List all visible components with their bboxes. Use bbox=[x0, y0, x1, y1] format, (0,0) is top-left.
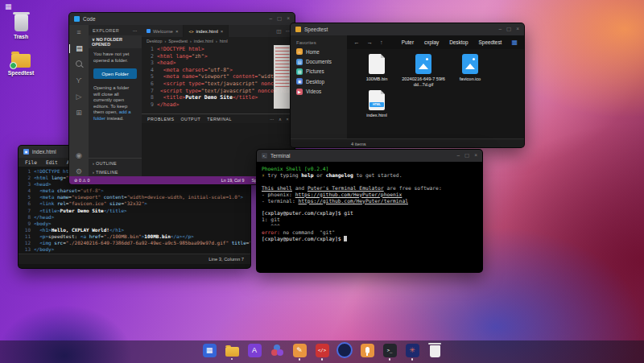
search-icon[interactable] bbox=[69, 60, 89, 69]
taskbar-item-app-center[interactable]: A bbox=[246, 344, 262, 361]
chevron-right-icon: › bbox=[93, 170, 94, 175]
explorer-more-icon[interactable]: ⋯ bbox=[133, 28, 138, 33]
terminal-maximize-icon[interactable]: ▢ bbox=[464, 153, 469, 159]
account-icon[interactable]: ◉ bbox=[69, 151, 89, 160]
nav-arrows[interactable]: ←→↑ bbox=[353, 39, 383, 46]
panel-tab-terminal[interactable]: TERMINAL bbox=[207, 117, 232, 122]
forward-icon[interactable]: → bbox=[367, 39, 374, 46]
sidebar-item-documents[interactable]: ▤Documents bbox=[291, 56, 347, 66]
file-item[interactable]: HTMLindex.html bbox=[353, 90, 400, 118]
files-titlebar[interactable]: Speedtest –▢× bbox=[291, 23, 524, 35]
explorer-icon[interactable]: ▤ bbox=[69, 44, 89, 53]
panel-action-icon[interactable]: × bbox=[286, 117, 289, 122]
panel-tab-output[interactable]: OUTPUT bbox=[180, 117, 200, 122]
breadcrumb-item[interactable]: html bbox=[220, 39, 228, 43]
sidebar-item-pictures[interactable]: ▨Pictures bbox=[291, 67, 347, 76]
problems-counter[interactable]: ⊘ 0 ⚠ 0 bbox=[74, 178, 90, 183]
files-breadcrumb-item[interactable]: Puter bbox=[402, 39, 414, 45]
taskbar-item-terminal[interactable]: >_ bbox=[382, 344, 398, 361]
files-breadcrumb[interactable]: PutercxplayDesktopSpeedtest bbox=[402, 39, 502, 45]
files-statusbar: 4 items bbox=[291, 138, 524, 148]
taskbar-item-clock[interactable] bbox=[336, 342, 353, 361]
close-icon[interactable]: × bbox=[221, 29, 224, 34]
terminal-window[interactable]: >_ Terminal –▢× Phoenix Shell [v0.2.4]⚡ … bbox=[256, 149, 483, 273]
split-editor-icon[interactable]: ◫ bbox=[276, 28, 281, 35]
menu-icon[interactable]: ≡ bbox=[69, 28, 89, 37]
panel-action-icon[interactable]: ⋯ bbox=[270, 117, 275, 122]
breadcrumb-item[interactable]: Desktop bbox=[147, 39, 162, 43]
desktop-icon-speedtest[interactable]: Speedtest bbox=[1, 51, 41, 76]
open-folder-button[interactable]: Open Folder bbox=[93, 68, 137, 79]
files-breadcrumb-item[interactable]: cxplay bbox=[424, 39, 439, 45]
sidebar-item-desktop[interactable]: ▣Desktop bbox=[291, 76, 347, 86]
vscode-minimize-icon[interactable]: – bbox=[269, 16, 272, 22]
start-menu-icon[interactable]: ▦ bbox=[5, 2, 12, 10]
taskbar-item-trash[interactable] bbox=[427, 344, 443, 361]
terminal-line bbox=[262, 179, 477, 185]
taskbar-item-editor[interactable]: ✎ bbox=[291, 344, 308, 361]
status-item[interactable]: Ln 19, Col 9 bbox=[221, 178, 245, 183]
tab-index-html[interactable]: <>index.html× bbox=[184, 25, 229, 37]
taskbar-item-dev-center[interactable] bbox=[269, 344, 285, 361]
source-control-icon[interactable]: ϒ bbox=[69, 76, 89, 85]
speedtest-icon: ✳ bbox=[406, 344, 419, 357]
panel-action-icon[interactable]: ∧ bbox=[279, 117, 282, 122]
editor-icon: ✎ bbox=[293, 344, 307, 357]
vscode-breadcrumb[interactable]: Desktop›Speedtest›index.html›html bbox=[142, 37, 295, 44]
files-minimize-icon[interactable]: – bbox=[498, 27, 502, 32]
files-maximize-icon[interactable]: ▢ bbox=[506, 27, 511, 32]
terminal-line: - terminal: https://github.com/HeyPuter/… bbox=[262, 198, 477, 204]
documents-icon: ▤ bbox=[296, 59, 303, 65]
tab-welcome[interactable]: Welcome× bbox=[142, 25, 184, 37]
terminal-titlebar[interactable]: >_ Terminal –▢× bbox=[257, 150, 482, 162]
up-icon[interactable]: ↑ bbox=[380, 39, 383, 46]
vscode-explorer-sidebar: EXPLORER ⋯ ∨ NO FOLDER OPENED You have n… bbox=[89, 25, 142, 176]
close-icon[interactable]: × bbox=[175, 29, 179, 34]
file-manager-window[interactable]: Speedtest –▢× Favorites ⌂Home▤Documents▨… bbox=[290, 23, 525, 148]
vscode-code-area[interactable]: 1<!DOCTYPE html>2<html lang="zh">3<head>… bbox=[142, 44, 295, 113]
no-folder-section[interactable]: ∨ NO FOLDER OPENED bbox=[89, 35, 142, 48]
clock-icon bbox=[336, 342, 353, 358]
terminal-line: error: no command "git" bbox=[262, 229, 477, 236]
files-breadcrumb-item[interactable]: Speedtest bbox=[479, 39, 502, 45]
menu-edit[interactable]: Edit bbox=[46, 159, 58, 165]
breadcrumb-item[interactable]: Speedtest bbox=[168, 39, 188, 43]
panel-tab-problems[interactable]: PROBLEMS bbox=[147, 117, 174, 122]
files-breadcrumb-item[interactable]: Desktop bbox=[449, 39, 468, 45]
vscode-close-icon[interactable]: × bbox=[287, 16, 290, 22]
desktop-icon: ▣ bbox=[296, 78, 303, 85]
run-debug-icon[interactable]: ▷ bbox=[69, 93, 89, 101]
file-item[interactable]: favicon.ico bbox=[447, 54, 493, 87]
desktop-icon-trash[interactable]: Trash bbox=[1, 14, 41, 39]
taskbar-item-files[interactable] bbox=[224, 344, 240, 360]
line-number: 9 bbox=[142, 101, 157, 109]
timeline-section[interactable]: › TIMELINE bbox=[89, 167, 142, 176]
files-close-icon[interactable]: × bbox=[516, 27, 519, 32]
grid-view-icon[interactable]: ▦ bbox=[511, 39, 518, 46]
sidebar-item-home[interactable]: ⌂Home bbox=[291, 47, 347, 56]
settings-gear-icon[interactable]: ⚙ bbox=[69, 167, 89, 176]
trash-icon bbox=[14, 14, 28, 31]
terminal-minimize-icon[interactable]: – bbox=[456, 153, 460, 159]
code-line: 9<body> bbox=[19, 221, 250, 227]
menu-file[interactable]: File bbox=[25, 159, 37, 165]
line-number: 3 bbox=[142, 60, 157, 67]
terminal-content[interactable]: Phoenix Shell [v0.2.4]⚡ try typing help … bbox=[257, 162, 482, 246]
vscode-titlebar[interactable]: Code –▢× bbox=[69, 13, 295, 25]
outline-section[interactable]: › OUTLINE bbox=[89, 159, 142, 167]
breadcrumb-item[interactable]: index.html bbox=[194, 39, 213, 43]
back-icon[interactable]: ← bbox=[353, 39, 360, 46]
terminal-close-icon[interactable]: × bbox=[474, 153, 477, 159]
file-item[interactable]: 100MB.bin bbox=[353, 54, 400, 87]
taskbar-item-app-launcher[interactable]: ▦ bbox=[201, 344, 217, 361]
taskbar-item-recorder[interactable] bbox=[359, 344, 375, 361]
taskbar-item-code[interactable]: </> bbox=[314, 344, 330, 361]
line-number: 6 bbox=[19, 200, 34, 207]
file-item[interactable]: 20240216-649-7 59f6dd...7d.gif bbox=[400, 54, 447, 87]
chevron-right-icon: › bbox=[190, 39, 192, 43]
extensions-icon[interactable]: ⊞ bbox=[69, 109, 89, 118]
sidebar-item-videos[interactable]: ▶Videos bbox=[291, 87, 347, 97]
taskbar-item-speedtest[interactable]: ✳ bbox=[404, 344, 420, 361]
file-name: 100MB.bin bbox=[366, 76, 388, 82]
vscode-maximize-icon[interactable]: ▢ bbox=[277, 16, 282, 22]
